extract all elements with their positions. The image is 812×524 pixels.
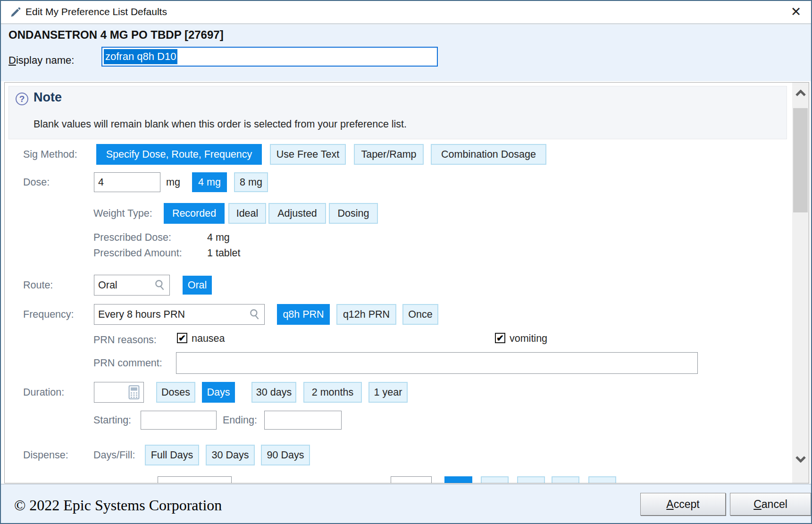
weight-type-ideal-button[interactable]: Ideal (228, 203, 266, 224)
prn-comment-input[interactable] (176, 352, 698, 374)
title-bar: Edit My Preference List Defaults ✕ (1, 1, 811, 24)
prescribed-dose-label: Prescribed Dose: (93, 232, 171, 244)
partial-button-2[interactable] (517, 476, 545, 483)
starting-label: Starting: (93, 411, 131, 430)
partial-button-3[interactable] (552, 476, 579, 483)
pencil-icon (9, 6, 22, 20)
display-name-selected-text: zofran q8h D10 (104, 49, 177, 64)
vertical-scrollbar[interactable] (792, 83, 809, 483)
route-search-icon[interactable] (154, 279, 166, 293)
dose-label: Dose: (23, 172, 50, 192)
accept-button[interactable]: Accept (640, 493, 726, 516)
dispense-90-days-button[interactable]: 90 Days (261, 445, 310, 465)
partial-selected-button[interactable] (444, 476, 472, 483)
order-header-band: ONDANSETRON 4 MG PO TBDP [27697] Display… (1, 25, 811, 81)
prn-reasons-label: PRN reasons: (93, 334, 157, 346)
partial-button-1[interactable] (481, 476, 509, 483)
duration-30-days-button[interactable]: 30 days (251, 382, 296, 403)
dose-unit-label: mg (166, 172, 180, 192)
frequency-once-button[interactable]: Once (402, 304, 438, 325)
ending-input[interactable] (264, 411, 342, 430)
frequency-search-icon[interactable] (249, 308, 261, 322)
display-name-label: Display name: (8, 51, 74, 70)
scrollbar-thumb[interactable] (793, 108, 808, 212)
note-title: Note (33, 90, 62, 105)
frequency-input[interactable]: Every 8 hours PRN (94, 304, 265, 325)
checkbox-vomiting-label: vomiting (510, 333, 547, 345)
dialog-title: Edit My Preference List Defaults (25, 6, 167, 17)
help-icon[interactable]: ? (16, 93, 28, 105)
dispense-30-days-button[interactable]: 30 Days (206, 445, 255, 465)
duration-label: Duration: (23, 382, 64, 403)
prescribed-amount-value: 1 tablet (207, 247, 241, 259)
weight-type-adjusted-button[interactable]: Adjusted (268, 203, 326, 224)
sig-method-label: Sig Method: (23, 144, 77, 165)
dose-8mg-button[interactable]: 8 mg (234, 172, 268, 192)
days-fill-label: Days/Fill: (93, 445, 135, 465)
checkbox-nausea-label: nausea (192, 333, 225, 345)
ending-label: Ending: (223, 411, 257, 430)
order-name: ONDANSETRON 4 MG PO TBDP [27697] (8, 28, 224, 42)
partial-input-2[interactable] (391, 476, 432, 483)
frequency-label: Frequency: (23, 304, 74, 325)
prescribed-dose-value: 4 mg (207, 232, 230, 244)
sig-method-combination-dosage-button[interactable]: Combination Dosage (431, 144, 546, 165)
weight-type-recorded-button[interactable]: Recorded (164, 203, 225, 224)
prn-comment-label: PRN comment: (93, 352, 162, 374)
calculator-icon[interactable] (128, 385, 140, 401)
frequency-q12h-prn-button[interactable]: q12h PRN (336, 304, 396, 325)
weight-type-label: Weight Type: (93, 203, 152, 224)
checkbox-nausea[interactable]: ✔ (177, 333, 187, 343)
edit-preference-list-dialog: Edit My Preference List Defaults ✕ ONDAN… (0, 0, 812, 524)
duration-1-year-button[interactable]: 1 year (368, 382, 408, 403)
copyright-text: © 2022 Epic Systems Corporation (14, 497, 222, 514)
scroll-up-icon[interactable] (792, 84, 809, 102)
display-name-input[interactable]: zofran q8h D10 (101, 47, 438, 67)
duration-days-button[interactable]: Days (202, 382, 235, 403)
note-body: Blank values will remain blank when this… (33, 118, 407, 130)
dialog-footer: © 2022 Epic Systems Corporation Accept C… (1, 484, 811, 524)
cancel-button[interactable]: Cancel (730, 493, 811, 516)
weight-type-dosing-button[interactable]: Dosing (329, 203, 378, 224)
partial-button-4[interactable] (588, 476, 616, 483)
dose-input[interactable] (94, 172, 160, 192)
prescribed-amount-label: Prescribed Amount: (93, 247, 182, 259)
duration-doses-button[interactable]: Doses (156, 382, 195, 403)
route-label: Route: (23, 275, 53, 296)
close-icon[interactable]: ✕ (787, 3, 804, 21)
sig-method-specify-button[interactable]: Specify Dose, Route, Frequency (96, 144, 262, 165)
dose-4mg-button[interactable]: 4 mg (192, 172, 227, 192)
note-section: ? Note Blank values will remain blank wh… (8, 86, 787, 139)
duration-2-months-button[interactable]: 2 months (303, 382, 362, 403)
frequency-q8h-prn-button[interactable]: q8h PRN (277, 304, 330, 325)
partial-input[interactable] (158, 476, 232, 483)
dispense-full-days-button[interactable]: Full Days (145, 445, 199, 465)
checkbox-vomiting[interactable]: ✔ (495, 333, 505, 343)
sig-method-taper-ramp-button[interactable]: Taper/Ramp (354, 144, 424, 165)
sig-method-free-text-button[interactable]: Use Free Text (270, 144, 346, 165)
scroll-down-icon[interactable] (792, 450, 809, 469)
starting-input[interactable] (141, 411, 217, 430)
order-details-panel: ? Note Blank values will remain blank wh… (4, 82, 809, 483)
dispense-label: Dispense: (23, 445, 68, 465)
route-oral-button[interactable]: Oral (183, 276, 212, 295)
